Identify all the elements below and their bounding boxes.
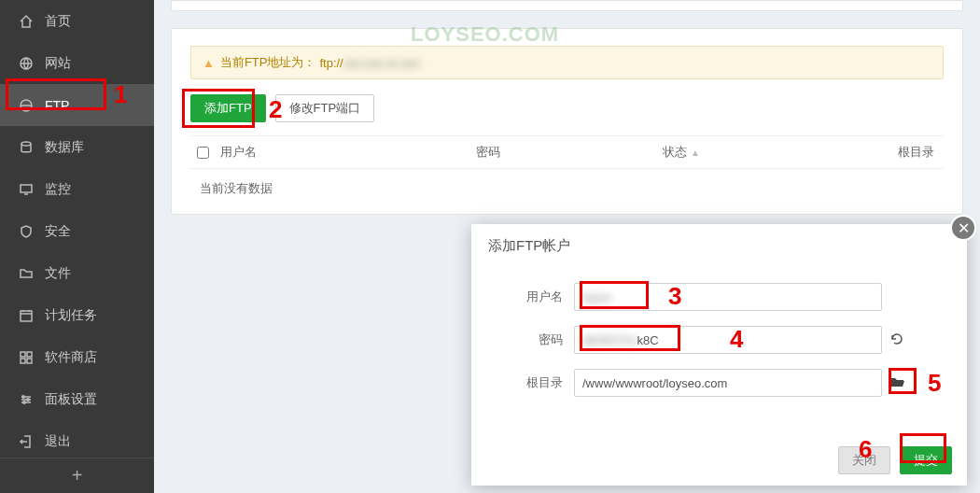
submit-button[interactable]: 提交 [900,446,952,474]
schedule-icon [19,308,34,323]
sidebar-item-label: 网站 [45,55,71,72]
col-password[interactable]: 密码 [476,144,663,161]
table-header: 用户名 密码 状态▲ 根目录 [190,135,944,169]
sidebar-item-database[interactable]: 数据库 [0,126,154,168]
sidebar-item-label: 面板设置 [45,391,97,408]
sidebar-item-label: 数据库 [45,139,84,156]
add-ftp-label: 添加FTP [204,100,252,117]
form-row-username: 用户名 loyse [471,283,967,311]
app-store-icon [19,350,34,365]
label-root: 根目录 [471,374,574,391]
svg-rect-5 [21,352,25,357]
notice-value: ftp:// [319,56,343,70]
sidebar-item-label: 首页 [45,13,71,30]
sidebar-item-label: 文件 [45,265,71,282]
svg-rect-6 [27,352,32,357]
username-value: loyse [582,290,610,304]
password-suffix: k8C [637,333,659,347]
refresh-icon [889,331,904,346]
svg-rect-4 [21,311,32,321]
sidebar-item-website[interactable]: 网站 [0,42,154,84]
sidebar-item-security[interactable]: 安全 [0,210,154,252]
sidebar: 首页 网站 FTP 数据库 监控 安全 文件 计划任务 软件商店 面板设置 退出… [0,0,154,493]
add-ftp-modal: ✕ 添加FTP帐户 用户名 loyse 密码 aB3fG7h1k8C 根目录 关… [471,224,967,486]
home-icon [19,14,34,29]
sidebar-item-label: 软件商店 [45,349,97,366]
sidebar-item-monitor[interactable]: 监控 [0,168,154,210]
modal-footer: 关闭 提交 [838,446,952,474]
modal-close-button[interactable]: ✕ [950,215,976,241]
sidebar-item-appstore[interactable]: 软件商店 [0,336,154,378]
sidebar-item-files[interactable]: 文件 [0,252,154,294]
folder-open-icon [889,374,906,389]
checkbox-input[interactable] [197,147,209,159]
browse-folder-button[interactable] [889,374,908,392]
ftp-address-notice: ▲ 当前FTP地址为： ftp:// xxx.xxx.xx.xxx [190,46,944,79]
content-card: ▲ 当前FTP地址为： ftp:// xxx.xxx.xx.xxx 添加FTP … [171,28,963,215]
label-username: 用户名 [471,289,574,305]
form-row-password: 密码 aB3fG7h1k8C [471,326,967,354]
close-icon: ✕ [958,219,970,237]
add-ftp-button[interactable]: 添加FTP [190,94,266,122]
sidebar-item-logout[interactable]: 退出 [0,420,154,462]
submit-label: 提交 [914,452,938,469]
svg-rect-7 [21,359,25,363]
sidebar-add-button[interactable]: + [0,458,154,493]
sidebar-item-label: 监控 [45,181,71,198]
sidebar-item-label: 安全 [45,223,71,240]
notice-prefix: 当前FTP地址为： [220,54,316,71]
svg-point-2 [21,142,31,146]
modal-title: 添加FTP帐户 [471,224,967,268]
col-username[interactable]: 用户名 [215,144,476,161]
plus-icon: + [72,465,83,486]
form-row-root: 根目录 [471,369,967,397]
edit-port-button[interactable]: 修改FTP端口 [275,94,375,122]
sidebar-item-label: FTP [45,98,69,113]
notice-blurred: xxx.xxx.xx.xxx [343,56,420,70]
regenerate-password-button[interactable] [889,331,908,349]
sidebar-item-settings[interactable]: 面板设置 [0,378,154,420]
settings-icon [19,392,34,407]
sidebar-item-ftp[interactable]: FTP [0,84,154,126]
logout-icon [19,434,34,449]
svg-rect-8 [27,359,32,363]
folder-icon [19,266,34,281]
sidebar-item-label: 计划任务 [45,307,97,324]
sidebar-item-label: 退出 [45,433,71,450]
sidebar-item-home[interactable]: 首页 [0,0,154,42]
warning-icon: ▲ [203,56,215,70]
top-card-edge [171,0,963,11]
cancel-button[interactable]: 关闭 [838,446,890,474]
username-input[interactable]: loyse [574,283,882,311]
monitor-icon [19,182,34,197]
database-icon [19,140,34,155]
password-input[interactable]: aB3fG7h1k8C [574,326,882,354]
col-root[interactable]: 根目录 [849,144,944,161]
col-status-label: 状态 [663,144,687,161]
select-all-checkbox[interactable] [190,147,215,159]
label-password: 密码 [471,331,574,348]
sort-arrow-icon: ▲ [691,148,700,158]
cancel-label: 关闭 [852,452,876,469]
col-status[interactable]: 状态▲ [663,144,849,161]
sidebar-item-cron[interactable]: 计划任务 [0,294,154,336]
edit-port-label: 修改FTP端口 [289,100,361,117]
toolbar: 添加FTP 修改FTP端口 [190,94,944,122]
globe-icon [19,56,34,71]
password-blur: aB3fG7h1 [582,333,637,347]
ftp-icon [19,98,34,113]
svg-rect-3 [21,185,32,192]
shield-icon [19,224,34,239]
table-empty: 当前没有数据 [190,169,944,197]
root-dir-input[interactable] [574,369,882,397]
